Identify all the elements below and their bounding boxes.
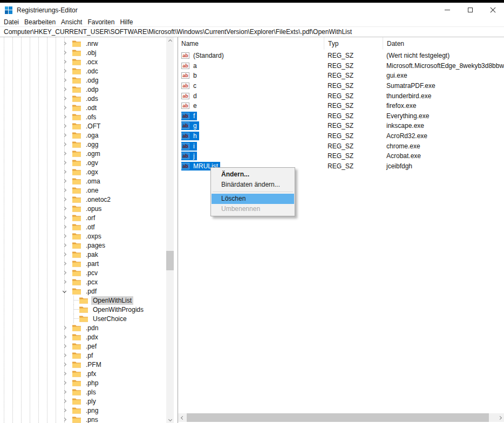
chevron-right-icon[interactable]	[60, 76, 69, 85]
value-row[interactable]: ab a REG_SZ Microsoft.MicrosoftEdge_8wek…	[178, 61, 504, 71]
value-row[interactable]: ab c REG_SZ SumatraPDF.exe	[178, 81, 504, 91]
value-row[interactable]: ab g REG_SZ inkscape.exe	[178, 121, 504, 131]
scroll-left-arrow-icon[interactable]	[178, 413, 187, 422]
chevron-right-icon[interactable]	[60, 360, 69, 369]
tree-item[interactable]: .odt	[0, 103, 165, 112]
horizontal-scrollbar-thumb[interactable]	[187, 413, 489, 422]
tree-item[interactable]: .ofs	[0, 112, 165, 121]
tree-item[interactable]: .pls	[0, 387, 165, 397]
tree-item[interactable]: .ocx	[0, 57, 165, 66]
tree-item[interactable]: .ogx	[0, 167, 165, 176]
tree-item[interactable]: OpenWithProgids	[0, 305, 165, 314]
chevron-right-icon[interactable]	[60, 149, 69, 158]
value-row[interactable]: ab d REG_SZ thunderbird.exe	[178, 91, 504, 101]
chevron-right-icon[interactable]	[60, 332, 69, 342]
tree-item[interactable]: .oma	[0, 176, 165, 186]
tree-item[interactable]: .obj	[0, 48, 165, 57]
tree-item[interactable]: .OFT	[0, 121, 165, 131]
chevron-right-icon[interactable]	[60, 186, 69, 195]
chevron-right-icon[interactable]	[60, 48, 69, 57]
tree-item[interactable]: OpenWithList	[0, 296, 165, 305]
chevron-right-icon[interactable]	[60, 323, 69, 332]
tree-item[interactable]: .onetoc2	[0, 195, 165, 204]
tree-item[interactable]: .pak	[0, 250, 165, 259]
tree-item[interactable]: .php	[0, 378, 165, 387]
chevron-right-icon[interactable]	[60, 241, 69, 250]
horizontal-scrollbar[interactable]	[178, 413, 504, 422]
chevron-right-icon[interactable]	[60, 277, 69, 286]
chevron-right-icon[interactable]	[60, 204, 69, 213]
column-header-typ[interactable]: Typ	[324, 37, 383, 50]
chevron-right-icon[interactable]	[60, 351, 69, 360]
chevron-right-icon[interactable]	[60, 378, 69, 387]
chevron-right-icon[interactable]	[60, 369, 69, 378]
chevron-right-icon[interactable]	[60, 121, 69, 131]
tree-item[interactable]: .odc	[0, 66, 165, 76]
chevron-right-icon[interactable]	[60, 131, 69, 140]
tree-item[interactable]: .nrw	[0, 39, 165, 48]
menu-item-datei[interactable]: Datei	[1, 18, 22, 26]
tree-item[interactable]: .ogm	[0, 149, 165, 158]
chevron-right-icon[interactable]	[60, 167, 69, 176]
chevron-right-icon[interactable]	[60, 259, 69, 268]
tree-item[interactable]: .orf	[0, 213, 165, 222]
menu-item-favoriten[interactable]: Favoriten	[85, 18, 117, 26]
tree-item[interactable]: .ogv	[0, 158, 165, 167]
chevron-right-icon[interactable]	[60, 176, 69, 186]
value-row[interactable]: ab e REG_SZ firefox.exe	[178, 101, 504, 111]
tree-item[interactable]: .ogg	[0, 140, 165, 149]
tree-item[interactable]: .pef	[0, 342, 165, 351]
chevron-right-icon[interactable]	[60, 158, 69, 167]
chevron-right-icon[interactable]	[60, 222, 69, 231]
tree-item[interactable]: .oxps	[0, 231, 165, 241]
tree-item[interactable]: .otf	[0, 222, 165, 231]
tree-item[interactable]: UserChoice	[0, 314, 165, 323]
chevron-right-icon[interactable]	[60, 85, 69, 94]
chevron-right-icon[interactable]	[60, 231, 69, 241]
value-row[interactable]: ab j REG_SZ Acrobat.exe	[178, 151, 504, 161]
column-header-daten[interactable]: Daten	[383, 37, 504, 50]
tree-item[interactable]: .pns	[0, 415, 165, 423]
chevron-right-icon[interactable]	[60, 57, 69, 66]
tree-item[interactable]: .pfx	[0, 369, 165, 378]
tree-item[interactable]: .pdx	[0, 332, 165, 342]
chevron-right-icon[interactable]	[60, 342, 69, 351]
tree-item[interactable]: .pdf	[0, 286, 165, 296]
tree-item[interactable]: .odg	[0, 76, 165, 85]
tree-item[interactable]: .pf	[0, 351, 165, 360]
menu-item-bearbeiten[interactable]: Bearbeiten	[22, 18, 58, 26]
chevron-right-icon[interactable]	[60, 195, 69, 204]
tree-item[interactable]: .part	[0, 259, 165, 268]
chevron-right-icon[interactable]	[60, 66, 69, 76]
chevron-right-icon[interactable]	[60, 39, 69, 48]
context-menu-item-delete[interactable]: Löschen	[212, 194, 294, 204]
chevron-right-icon[interactable]	[60, 387, 69, 397]
chevron-right-icon[interactable]	[60, 397, 69, 406]
value-row[interactable]: ab (Standard) REG_SZ (Wert nicht festgel…	[178, 51, 504, 61]
chevron-right-icon[interactable]	[60, 268, 69, 277]
tree-vertical-scrollbar[interactable]	[166, 37, 174, 423]
scroll-right-arrow-icon[interactable]	[495, 413, 504, 422]
menu-item-ansicht[interactable]: Ansicht	[58, 18, 85, 26]
chevron-right-icon[interactable]	[60, 112, 69, 121]
menu-item-hilfe[interactable]: Hilfe	[117, 18, 135, 26]
context-menu-item-modify[interactable]: Ändern...	[212, 169, 294, 180]
maximize-button[interactable]	[459, 3, 481, 17]
tree-item[interactable]: .pdn	[0, 323, 165, 332]
tree-item[interactable]: .opus	[0, 204, 165, 213]
tree-item[interactable]: .pcv	[0, 268, 165, 277]
value-row[interactable]: ab f REG_SZ Everything.exe	[178, 111, 504, 121]
tree-item[interactable]: .oga	[0, 131, 165, 140]
chevron-right-icon[interactable]	[60, 415, 69, 423]
tree-item[interactable]: .odp	[0, 85, 165, 94]
tree-scrollbar-thumb[interactable]	[166, 251, 174, 270]
chevron-right-icon[interactable]	[60, 406, 69, 415]
tree-item[interactable]: .PFM	[0, 360, 165, 369]
address-bar[interactable]: Computer\HKEY_CURRENT_USER\SOFTWARE\Micr…	[0, 27, 504, 37]
tree-item[interactable]: .png	[0, 406, 165, 415]
tree-item[interactable]: .pages	[0, 241, 165, 250]
tree-item[interactable]: .ods	[0, 94, 165, 103]
chevron-right-icon[interactable]	[60, 103, 69, 112]
value-row[interactable]: ab h REG_SZ AcroRd32.exe	[178, 131, 504, 141]
tree-item[interactable]: .ply	[0, 397, 165, 406]
